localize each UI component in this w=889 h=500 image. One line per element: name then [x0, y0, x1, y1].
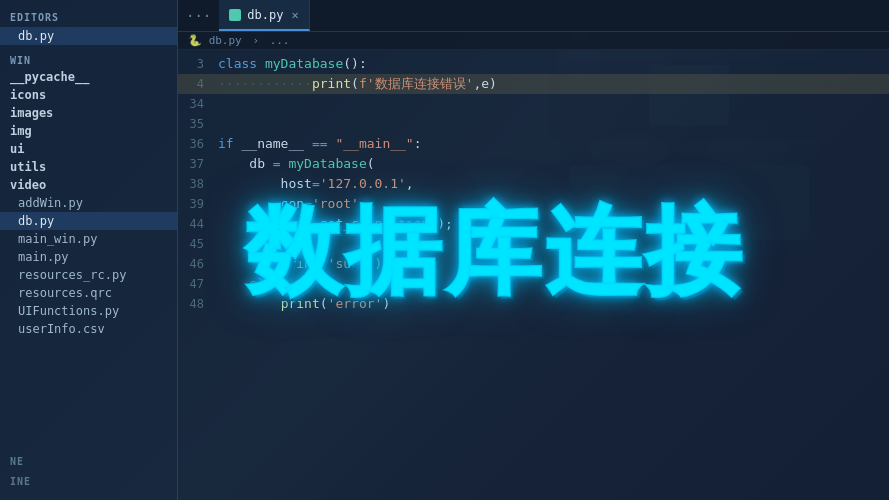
main-editor-area: ··· db.py ✕ 🐍 db.py › ... 3 class myData… [178, 0, 889, 500]
code-line-46: 46 print('succ') [178, 254, 889, 274]
sidebar-item-db-py-editors[interactable]: db.py [0, 27, 177, 45]
code-line-38: 38 host='127.0.0.1', [178, 174, 889, 194]
code-content-4: ············print(f'数据库连接错误',e) [214, 74, 497, 94]
sidebar-folder-video[interactable]: video [0, 176, 177, 194]
line-number-48: 48 [178, 294, 214, 314]
sidebar-file-userinfo[interactable]: userInfo.csv [0, 320, 177, 338]
sidebar: EDITORS db.py WIN __pycache__ icons imag… [0, 0, 178, 500]
sidebar-file-addwin[interactable]: addWin.py [0, 194, 177, 212]
sidebar-file-main[interactable]: main.py [0, 248, 177, 266]
code-line-34: 34 [178, 94, 889, 114]
line-number-45: 45 [178, 234, 214, 254]
sidebar-file-main-win[interactable]: main_win.py [0, 230, 177, 248]
code-content-38: host='127.0.0.1', [214, 174, 414, 194]
bottom-label-ne: NE [0, 453, 178, 470]
line-number-47: 47 [178, 274, 214, 294]
line-number-3: 3 [178, 54, 214, 74]
sidebar-folder-pycache[interactable]: __pycache__ [0, 68, 177, 86]
tab-bar: ··· db.py ✕ [178, 0, 889, 32]
code-line-39: 39 con='root' [178, 194, 889, 214]
code-content-46: print('succ') [214, 254, 382, 274]
line-number-36: 36 [178, 134, 214, 154]
win-section: WIN __pycache__ icons images img ui util… [0, 49, 177, 338]
breadcrumb-extra: ... [270, 34, 290, 47]
code-line-35: 35 [178, 114, 889, 134]
line-number-39: 39 [178, 194, 214, 214]
code-editor[interactable]: 3 class myDatabase(): 4 ············prin… [178, 50, 889, 500]
sidebar-folder-img[interactable]: img [0, 122, 177, 140]
line-number-4: 4 [178, 74, 214, 94]
sidebar-folder-images[interactable]: images [0, 104, 177, 122]
sidebar-file-uifunctions[interactable]: UIFunctions.py [0, 302, 177, 320]
line-number-46: 46 [178, 254, 214, 274]
code-line-3: 3 class myDatabase(): [178, 54, 889, 74]
breadcrumb-icon: 🐍 [188, 34, 202, 47]
sidebar-folder-ui[interactable]: ui [0, 140, 177, 158]
sidebar-file-db[interactable]: db.py [0, 212, 177, 230]
code-content-39: con='root' [214, 194, 359, 214]
editors-label: EDITORS [0, 4, 177, 27]
code-line-44: 44 con = db.get_connection(); [178, 214, 889, 234]
code-line-45: 45 if con: [178, 234, 889, 254]
breadcrumb-sep: › [252, 34, 259, 47]
bottom-label-ine: INE [0, 473, 178, 490]
code-line-47: 47 else: [178, 274, 889, 294]
line-number-38: 38 [178, 174, 214, 194]
code-content-36: if __name__ == "__main__": [214, 134, 422, 154]
code-line-36: 36 if __name__ == "__main__": [178, 134, 889, 154]
code-lines: 3 class myDatabase(): 4 ············prin… [178, 50, 889, 318]
code-line-4: 4 ············print(f'数据库连接错误',e) [178, 74, 889, 94]
line-number-35: 35 [178, 114, 214, 134]
code-content-44: con = db.get_connection(); [214, 214, 453, 234]
win-label: WIN [0, 49, 177, 68]
ide-container: EDITORS db.py WIN __pycache__ icons imag… [0, 0, 889, 500]
code-content-45: if con: [214, 234, 304, 254]
tab-overflow-dots[interactable]: ··· [178, 8, 219, 24]
sidebar-folder-utils[interactable]: utils [0, 158, 177, 176]
code-content-37: db = myDatabase( [214, 154, 375, 174]
sidebar-folder-icons[interactable]: icons [0, 86, 177, 104]
sidebar-file-resources-rc[interactable]: resources_rc.py [0, 266, 177, 284]
sidebar-file-resources-qrc[interactable]: resources.qrc [0, 284, 177, 302]
tab-label-db-py: db.py [247, 8, 283, 22]
code-line-37: 37 db = myDatabase( [178, 154, 889, 174]
breadcrumb-file: db.py [209, 34, 242, 47]
tab-db-py[interactable]: db.py ✕ [219, 0, 309, 31]
bottom-ne: NE [0, 453, 178, 470]
code-content-47: else: [214, 274, 288, 294]
line-number-34: 34 [178, 94, 214, 114]
bottom-ine: INE [0, 473, 178, 490]
line-number-44: 44 [178, 214, 214, 234]
code-content-48: print('error') [214, 294, 390, 314]
code-content-3: class myDatabase(): [214, 54, 367, 74]
breadcrumb: 🐍 db.py › ... [178, 32, 889, 50]
editors-section: EDITORS db.py [0, 4, 177, 45]
code-line-48: 48 print('error') [178, 294, 889, 314]
tab-close-button[interactable]: ✕ [291, 8, 298, 22]
python-file-icon [229, 9, 241, 21]
line-number-37: 37 [178, 154, 214, 174]
